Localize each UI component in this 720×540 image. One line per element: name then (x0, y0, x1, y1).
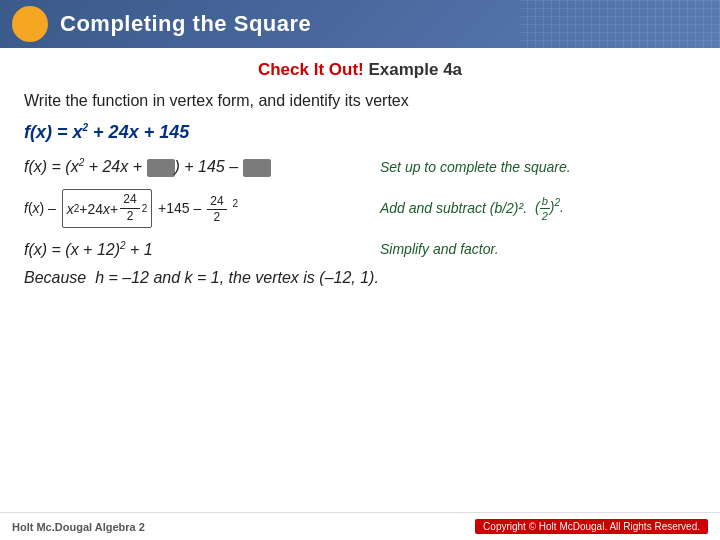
check-it-out-line: Check It Out! Example 4a (24, 60, 696, 80)
example-label: Example 4a (368, 60, 462, 79)
step-1-note: Set up to complete the square. (380, 159, 696, 175)
check-label: Check It Out! (258, 60, 364, 79)
because-line: Because h = –12 and k = 1, the vertex is… (24, 269, 696, 287)
page-footer: Holt Mc.Dougal Algebra 2 Copyright © Hol… (0, 512, 720, 540)
function-display: f(x) = x2 + 24x + 145 (24, 122, 696, 143)
step-3-note: Simplify and factor. (380, 241, 696, 257)
problem-statement: Write the function in vertex form, and i… (24, 90, 696, 112)
function-text: f(x) = x2 + 24x + 145 (24, 122, 189, 142)
main-content: Check It Out! Example 4a Write the funct… (0, 48, 720, 295)
step-2-note: Add and subtract (b/2)². ( b 2 )2. (380, 194, 564, 224)
steps-container: f(x) = (x2 + 24x + ) + 145 – Set up to c… (24, 157, 696, 259)
header-bg-decoration (520, 0, 720, 48)
header-oval (12, 6, 48, 42)
step-3-row: f(x) = (x + 12)2 + 1 Simplify and factor… (24, 240, 696, 259)
step-1-row: f(x) = (x2 + 24x + ) + 145 – Set up to c… (24, 157, 696, 177)
step-1-math: f(x) = (x2 + 24x + ) + 145 – (24, 157, 364, 177)
footer-left-text: Holt Mc.Dougal Algebra 2 (12, 521, 145, 533)
footer-right-text: Copyright © Holt McDougal. All Rights Re… (475, 519, 708, 534)
step-2-math: f(x) – x2 +24x + 24 2 2 +145 – 24 2 2 (24, 189, 364, 227)
page-title: Completing the Square (60, 11, 311, 37)
step-3-math: f(x) = (x + 12)2 + 1 (24, 240, 364, 259)
page-header: Completing the Square (0, 0, 720, 48)
step-2-row: f(x) – x2 +24x + 24 2 2 +145 – 24 2 2 Ad (24, 189, 696, 227)
